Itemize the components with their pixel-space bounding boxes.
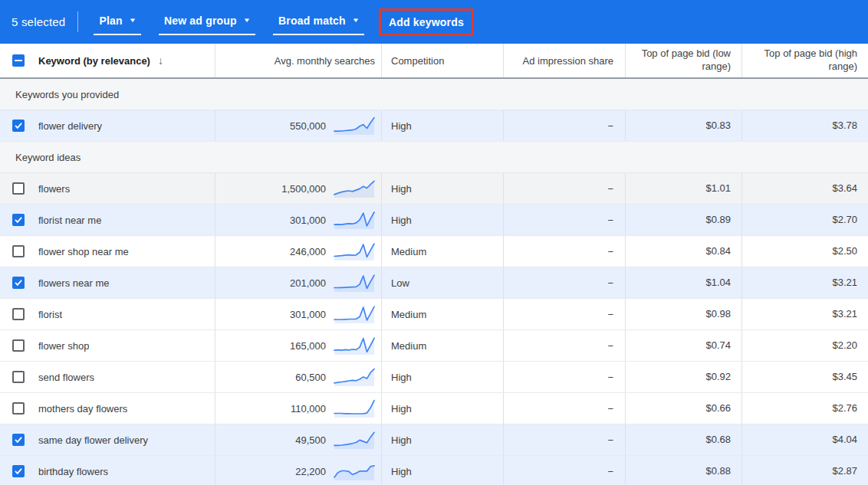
keyword-text: flower shop near me <box>37 246 129 257</box>
bid-high-cell: $4.04 <box>741 424 868 455</box>
trend-sparkline <box>334 398 375 418</box>
row-checkbox[interactable] <box>12 308 25 320</box>
bid-low-cell: $0.88 <box>625 456 741 485</box>
keyword-text: flower shop <box>37 340 89 352</box>
ad-impression-share-value: − <box>607 340 613 352</box>
column-header-searches[interactable]: Avg. monthly searches <box>215 44 381 77</box>
trend-sparkline <box>334 336 375 356</box>
bid-high-value: $2.87 <box>832 465 857 478</box>
searches-cell: 550,000 <box>215 110 381 141</box>
keyword-text: send flowers <box>37 372 94 383</box>
bid-high-cell: $2.87 <box>741 456 868 485</box>
ad-impression-share-cell: − <box>503 173 625 204</box>
bid-high-cell: $3.21 <box>741 267 868 298</box>
competition-cell: Medium <box>381 299 503 329</box>
searches-value: 550,000 <box>290 120 326 132</box>
searches-cell: 246,000 <box>215 236 381 267</box>
row-checkbox[interactable] <box>12 465 25 477</box>
trend-sparkline <box>334 210 375 230</box>
bid-high-cell: $2.76 <box>741 393 868 424</box>
column-header-ad-impression-share[interactable]: Ad impression share <box>503 44 625 77</box>
ad-impression-share-cell: − <box>503 456 625 485</box>
searches-cell: 301,000 <box>215 205 381 235</box>
keyword-table-row[interactable]: flower shop near me246,000Medium−$0.84$2… <box>0 236 868 267</box>
keyword-cell: same day flower delivery <box>37 424 215 455</box>
row-checkbox[interactable] <box>12 371 25 383</box>
chevron-down-icon: ▼ <box>243 18 252 24</box>
keyword-cell: send flowers <box>37 362 215 392</box>
annotation-highlight-box: Add keywords <box>379 8 474 36</box>
trend-sparkline <box>334 273 375 293</box>
keyword-table-row[interactable]: mothers day flowers110,000High−$0.66$2.7… <box>0 393 868 424</box>
row-checkbox[interactable] <box>12 402 25 415</box>
selected-count: 5 selected <box>12 15 65 28</box>
row-checkbox[interactable] <box>12 120 25 132</box>
keyword-cell: florist <box>37 299 215 329</box>
plan-dropdown-button[interactable]: Plan ▼ <box>94 9 141 35</box>
bid-low-value: $0.88 <box>705 465 731 478</box>
keyword-table-row[interactable]: florist near me301,000High−$0.89$2.70 <box>0 205 868 236</box>
chevron-down-icon: ▼ <box>352 18 360 24</box>
section-label: Keywords you provided <box>15 89 119 100</box>
bid-low-cell: $0.84 <box>625 236 741 267</box>
competition-cell: High <box>381 205 503 235</box>
keyword-table-row[interactable]: florist301,000Medium−$0.98$3.21 <box>0 299 868 330</box>
bid-low-cell: $0.68 <box>625 424 741 455</box>
select-all-checkbox[interactable] <box>12 54 25 67</box>
row-checkbox[interactable] <box>12 339 25 352</box>
row-checkbox[interactable] <box>12 277 25 289</box>
broad-match-dropdown-button[interactable]: Broad match ▼ <box>273 9 364 35</box>
row-checkbox[interactable] <box>12 434 25 446</box>
keyword-cell: mothers day flowers <box>37 393 215 424</box>
keyword-table-row[interactable]: flower shop165,000Medium−$0.74$2.20 <box>0 330 868 362</box>
keyword-cell: flower shop <box>37 330 215 361</box>
selection-action-bar: 5 selected Plan ▼ New ad group ▼ Broad m… <box>0 0 868 44</box>
checkbox-cell <box>0 456 37 485</box>
keyword-table-row[interactable]: flowers near me201,000Low−$1.04$3.21 <box>0 267 868 299</box>
competition-cell: High <box>381 173 503 204</box>
competition-cell: High <box>381 362 503 392</box>
bid-high-value: $4.04 <box>832 434 857 447</box>
row-checkbox[interactable] <box>12 214 25 226</box>
table-header-row: Keyword (by relevance) ↓ Avg. monthly se… <box>0 44 868 79</box>
competition-value: Medium <box>391 309 426 320</box>
competition-cell: Medium <box>381 236 503 267</box>
checkbox-cell <box>0 362 37 392</box>
keyword-text: flower delivery <box>37 120 102 132</box>
row-checkbox[interactable] <box>12 245 25 257</box>
keyword-table-row[interactable]: same day flower delivery49,500High−$0.68… <box>0 424 868 456</box>
searches-value: 110,000 <box>291 403 326 415</box>
new-ad-group-dropdown-button[interactable]: New ad group ▼ <box>159 9 255 35</box>
column-header-competition[interactable]: Competition <box>381 44 503 77</box>
trend-sparkline <box>334 116 375 136</box>
checkmark-icon <box>14 435 23 444</box>
add-keywords-button[interactable]: Add keywords <box>387 13 465 31</box>
searches-cell: 22,200 <box>215 456 381 485</box>
bid-high-value: $3.78 <box>832 120 857 133</box>
searches-value: 1,500,000 <box>281 183 326 195</box>
competition-value: High <box>391 120 412 132</box>
column-header-bid-low[interactable]: Top of page bid (low range) <box>625 44 741 77</box>
competition-cell: Low <box>381 267 503 298</box>
keyword-table-row[interactable]: flowers1,500,000High−$1.01$3.64 <box>0 173 868 205</box>
ad-impression-share-cell: − <box>503 362 625 392</box>
ad-impression-share-value: − <box>607 466 613 477</box>
trend-sparkline <box>334 367 375 387</box>
checkbox-cell <box>0 173 37 204</box>
competition-value: Medium <box>391 340 426 352</box>
bid-high-value: $2.70 <box>832 214 857 227</box>
keyword-table-row[interactable]: birthday flowers22,200High−$0.88$2.87 <box>0 456 868 485</box>
bid-low-value: $1.01 <box>705 182 731 195</box>
column-header-bid-high[interactable]: Top of page bid (high range) <box>741 44 868 77</box>
ad-impression-share-value: − <box>607 372 613 383</box>
trend-sparkline <box>334 179 375 198</box>
column-header-keyword[interactable]: Keyword (by relevance) ↓ <box>37 44 215 77</box>
keyword-table-row[interactable]: send flowers60,500High−$0.92$3.45 <box>0 362 868 393</box>
checkbox-cell <box>0 267 37 298</box>
bid-high-value: $3.21 <box>832 308 857 321</box>
competition-cell: High <box>381 393 503 424</box>
searches-value: 165,000 <box>290 340 326 352</box>
keyword-table-row[interactable]: flower delivery550,000High−$0.83$3.78 <box>0 110 868 142</box>
row-checkbox[interactable] <box>12 182 25 195</box>
keyword-cell: birthday flowers <box>37 456 215 485</box>
